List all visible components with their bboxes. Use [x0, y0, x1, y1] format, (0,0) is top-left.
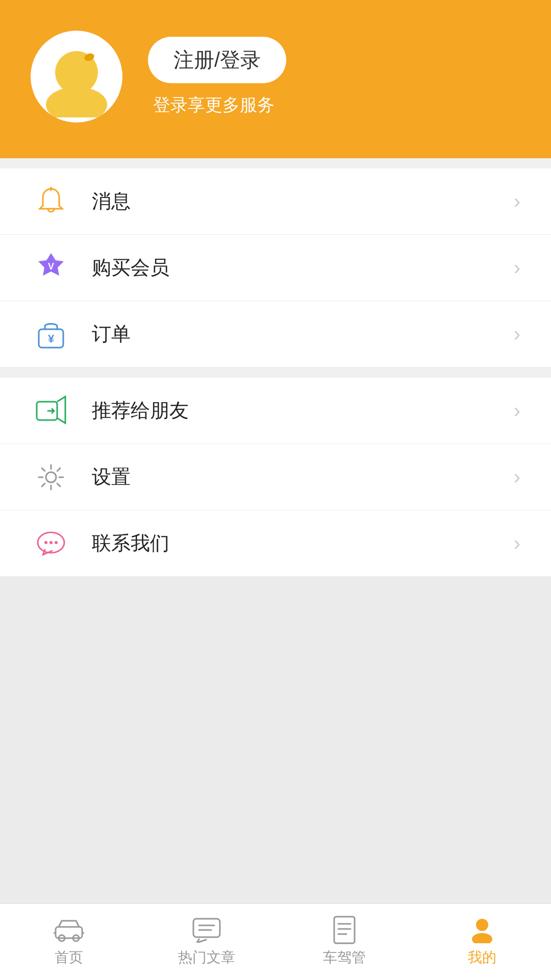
nav-item-mine[interactable]: 我的	[413, 904, 551, 980]
nav-articles-label: 热门文章	[178, 948, 235, 967]
header: 注册/登录 登录享更多服务	[0, 0, 551, 158]
nav-item-driving[interactable]: 车驾管	[276, 904, 413, 980]
login-register-button[interactable]: 注册/登录	[148, 37, 286, 83]
contact-chevron: ›	[514, 532, 520, 555]
orders-chevron: ›	[514, 323, 520, 346]
login-subtitle: 登录享更多服务	[148, 93, 286, 117]
car-icon	[54, 917, 84, 943]
nav-item-articles[interactable]: 热门文章	[138, 904, 276, 980]
bell-icon	[31, 181, 71, 222]
share-icon	[31, 390, 71, 431]
bottom-nav: 首页 热门文章 车驾管	[0, 903, 551, 980]
membership-chevron: ›	[514, 256, 520, 279]
vip-icon: V	[31, 248, 71, 288]
nav-home-label: 首页	[55, 948, 83, 967]
svg-point-13	[55, 541, 58, 544]
svg-rect-19	[193, 919, 220, 937]
svg-point-26	[476, 919, 488, 931]
svg-point-12	[49, 541, 53, 544]
svg-text:¥: ¥	[48, 332, 55, 345]
svg-point-27	[472, 933, 492, 943]
svg-point-11	[44, 541, 47, 544]
nav-driving-label: 车驾管	[323, 948, 366, 967]
menu-group-2: 推荐给朋友 › 设置 › 联系我们 ›	[0, 378, 551, 577]
menu-item-membership[interactable]: V 购买会员 ›	[0, 235, 551, 301]
chat-icon	[31, 523, 71, 564]
section-divider-2	[0, 368, 551, 378]
bag-icon: ¥	[31, 314, 71, 355]
nav-mine-label: 我的	[468, 948, 496, 967]
svg-text:V: V	[48, 261, 54, 272]
menu-group-1: 消息 › V 购买会员 › ¥ 订单 ›	[0, 168, 551, 368]
person-icon	[467, 917, 497, 943]
nav-item-home[interactable]: 首页	[0, 904, 138, 980]
refer-label: 推荐给朋友	[92, 398, 514, 424]
messages-chevron: ›	[514, 190, 520, 213]
refer-chevron: ›	[514, 399, 520, 422]
menu-item-refer[interactable]: 推荐给朋友 ›	[0, 378, 551, 444]
comment-icon	[191, 917, 222, 943]
settings-label: 设置	[92, 464, 514, 490]
menu-item-messages[interactable]: 消息 ›	[0, 168, 551, 235]
content-area	[0, 577, 551, 903]
header-info: 注册/登录 登录享更多服务	[148, 37, 286, 117]
contact-label: 联系我们	[92, 530, 514, 556]
avatar	[31, 31, 122, 122]
orders-label: 订单	[92, 321, 514, 347]
settings-chevron: ›	[514, 465, 520, 488]
messages-label: 消息	[92, 188, 514, 214]
section-divider-1	[0, 158, 551, 168]
doc-icon	[329, 917, 360, 943]
menu-item-contact[interactable]: 联系我们 ›	[0, 510, 551, 577]
gear-icon	[31, 457, 71, 498]
svg-point-9	[46, 472, 56, 482]
menu-item-settings[interactable]: 设置 ›	[0, 444, 551, 510]
membership-label: 购买会员	[92, 255, 514, 281]
menu-item-orders[interactable]: ¥ 订单 ›	[0, 301, 551, 368]
svg-rect-22	[334, 917, 355, 943]
